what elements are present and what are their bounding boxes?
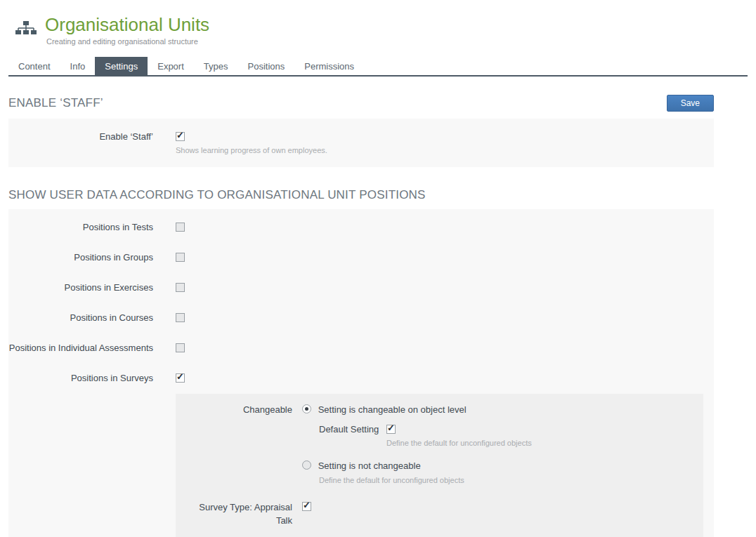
positions-groups-label: Positions in Groups [8,251,176,264]
survey-type-label: Survey Type: Appraisal Talk [190,500,302,527]
default-setting-block: Default Setting Define the default for u… [319,423,532,447]
org-chart-icon [15,21,37,39]
positions-courses-label: Positions in Courses [8,311,176,324]
positions-surveys-checkbox[interactable] [176,373,185,383]
option-changeable-radio[interactable] [302,404,311,413]
form-row-positions-tests: Positions in Tests [8,220,714,234]
tab-positions[interactable]: Positions [237,57,294,75]
form-row-positions-groups: Positions in Groups [8,251,714,264]
save-button-top[interactable]: Save [667,95,714,112]
positions-panel: Positions in Tests Positions in Groups P… [8,209,714,537]
changeable-row: Changeable Setting is changeable on obje… [190,403,692,487]
enable-staff-checkbox[interactable] [176,132,185,141]
form-row-positions-individual-assessments: Positions in Individual Assessments [8,341,714,354]
page-subtitle: Creating and editing organisational stru… [45,37,209,46]
option-not-changeable-radio[interactable] [302,460,311,470]
positions-tests-checkbox[interactable] [176,223,185,232]
form-row-positions-courses: Positions in Courses [8,311,714,324]
default-setting-checkbox[interactable] [386,425,396,434]
positions-tests-label: Positions in Tests [8,220,176,234]
section-title-enable-staff: ENABLE ‘STAFF’ [8,96,103,110]
page-title: Organisational Units [45,14,209,35]
positions-groups-checkbox[interactable] [176,253,185,262]
option-changeable-label: Setting is changeable on object level [318,404,467,415]
option-changeable: Setting is changeable on object level [302,403,532,416]
main-content: ENABLE ‘STAFF’ Save Enable ‘Staff’ Shows… [8,95,714,537]
surveys-detail-panel: Changeable Setting is changeable on obje… [176,394,703,537]
form-row-enable-staff: Enable ‘Staff’ Shows learning progress o… [8,130,714,154]
enable-staff-byline: Shows learning progress of own employees… [176,146,714,154]
positions-exercises-label: Positions in Exercises [8,281,176,294]
changeable-label: Changeable [190,403,302,487]
form-row-positions-exercises: Positions in Exercises [8,281,714,294]
option-not-changeable: Setting is not changeable Define the def… [302,459,532,487]
positions-individual-assessments-checkbox[interactable] [176,343,185,352]
survey-type-checkbox[interactable] [302,502,311,511]
tab-content[interactable]: Content [8,57,60,75]
form-row-positions-surveys: Positions in Surveys Changeable Setting … [8,371,714,537]
tab-export[interactable]: Export [148,57,194,75]
default-setting-byline: Define the default for unconfigured obje… [386,439,532,447]
tab-bar: Content Info Settings Export Types Posit… [8,57,748,77]
positions-courses-checkbox[interactable] [176,313,185,322]
survey-type-row: Survey Type: Appraisal Talk [190,500,692,527]
positions-exercises-checkbox[interactable] [176,283,185,292]
tab-permissions[interactable]: Permissions [294,57,364,75]
option-not-changeable-label: Setting is not changeable [318,460,421,471]
default-setting-label: Default Setting [319,423,386,447]
section-positions: SHOW USER DATA ACCORDING TO ORGANISATION… [8,188,714,537]
page: Organisational Units Creating and editin… [0,0,756,537]
positions-surveys-label: Positions in Surveys [8,371,176,537]
tab-types[interactable]: Types [194,57,238,75]
enable-staff-panel: Enable ‘Staff’ Shows learning progress o… [8,119,714,167]
option-not-changeable-byline: Define the default for unconfigured obje… [319,474,532,487]
section-enable-staff: ENABLE ‘STAFF’ Save Enable ‘Staff’ Shows… [8,95,714,167]
section-title-positions: SHOW USER DATA ACCORDING TO ORGANISATION… [8,188,714,202]
enable-staff-label: Enable ‘Staff’ [8,130,176,154]
page-header: Organisational Units Creating and editin… [8,0,756,46]
tab-info[interactable]: Info [60,57,96,75]
positions-individual-assessments-label: Positions in Individual Assessments [8,341,176,354]
tab-settings[interactable]: Settings [95,57,148,75]
